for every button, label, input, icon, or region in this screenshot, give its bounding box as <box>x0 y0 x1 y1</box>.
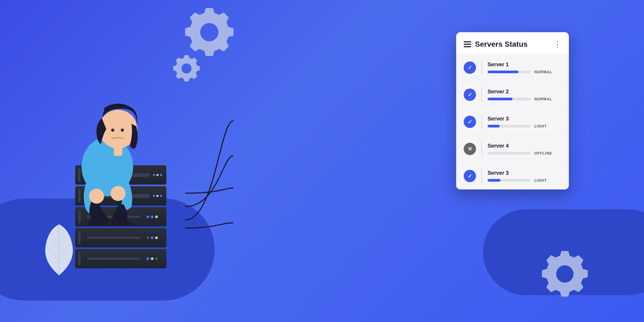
servers-status-panel: Servers Status ⋮ ✓Server 1NORMAL✓Server … <box>456 32 569 189</box>
status-label-1: NORMAL <box>534 70 552 74</box>
status-label-5: LIGHT <box>534 178 547 182</box>
check-icon: ✓ <box>468 92 472 98</box>
server-info-3: Server 3LIGHT <box>488 116 561 128</box>
server-name-4: Server 4 <box>488 143 561 149</box>
progress-bar-bg-5 <box>488 179 530 182</box>
divider <box>481 60 482 75</box>
check-icon: ✓ <box>468 173 472 179</box>
server-name-1: Server 1 <box>488 61 561 68</box>
server-name-3: Server 3 <box>488 116 561 122</box>
progress-bar-bg-2 <box>488 98 530 100</box>
server-unit-5 <box>75 249 166 268</box>
progress-bar-bg-3 <box>488 125 530 127</box>
server-name-5: Server 3 <box>488 170 561 176</box>
gear-bottom-right <box>539 248 590 301</box>
svg-point-7 <box>111 129 114 132</box>
svg-point-8 <box>121 129 124 132</box>
server-name-2: Server 2 <box>488 89 561 95</box>
server-info-5: Server 3LIGHT <box>488 170 561 182</box>
status-circle-5: ✓ <box>464 170 476 182</box>
hamburger-icon <box>464 41 471 47</box>
more-menu-button[interactable]: ⋮ <box>554 40 561 49</box>
progress-bar-fill-1 <box>488 71 518 73</box>
server-info-2: Server 2NORMAL <box>488 89 561 101</box>
server-row-4: ✕Server 4OFFLINE <box>456 136 569 163</box>
gear-small-left <box>172 54 201 84</box>
progress-bar-bg-1 <box>488 71 530 73</box>
progress-row-1: NORMAL <box>488 70 561 74</box>
progress-bar-bg-4 <box>488 152 530 155</box>
panel-title-group: Servers Status <box>464 40 528 49</box>
status-circle-2: ✓ <box>464 89 476 101</box>
svg-rect-9 <box>114 145 122 156</box>
divider <box>481 141 482 156</box>
status-circle-1: ✓ <box>464 61 476 74</box>
divider <box>481 87 482 102</box>
status-circle-3: ✓ <box>464 116 476 128</box>
svg-point-13 <box>111 186 126 201</box>
gear-top-center <box>182 5 236 60</box>
status-label-4: OFFLINE <box>534 151 552 155</box>
server-row-5: ✓Server 3LIGHT <box>456 163 569 189</box>
divider <box>481 169 482 184</box>
server-info-1: Server 1NORMAL <box>488 61 561 74</box>
server-row-1: ✓Server 1NORMAL <box>456 54 569 81</box>
panel-body: ✓Server 1NORMAL✓Server 2NORMAL✓Server 3L… <box>456 54 569 189</box>
divider <box>481 114 482 129</box>
x-icon: ✕ <box>468 146 472 152</box>
progress-row-4: OFFLINE <box>488 151 561 155</box>
status-circle-4: ✕ <box>464 143 476 155</box>
panel-title-text: Servers Status <box>475 40 528 49</box>
status-label-2: NORMAL <box>534 97 552 101</box>
progress-bar-fill-5 <box>488 179 500 182</box>
check-icon: ✓ <box>468 119 472 125</box>
panel-header: Servers Status ⋮ <box>456 32 569 54</box>
progress-bar-fill-2 <box>488 98 513 100</box>
server-row-2: ✓Server 2NORMAL <box>456 81 569 108</box>
status-label-3: LIGHT <box>534 124 547 128</box>
progress-row-2: NORMAL <box>488 97 561 101</box>
leaf-decoration <box>38 219 80 279</box>
server-row-3: ✓Server 3LIGHT <box>456 108 569 136</box>
server-info-4: Server 4OFFLINE <box>488 143 561 155</box>
server-unit-4 <box>75 228 166 247</box>
progress-row-5: LIGHT <box>488 178 561 182</box>
check-icon: ✓ <box>468 64 472 71</box>
svg-point-12 <box>89 189 104 204</box>
progress-bar-fill-3 <box>488 125 500 127</box>
person-illustration <box>48 97 166 227</box>
progress-row-3: LIGHT <box>488 124 561 128</box>
